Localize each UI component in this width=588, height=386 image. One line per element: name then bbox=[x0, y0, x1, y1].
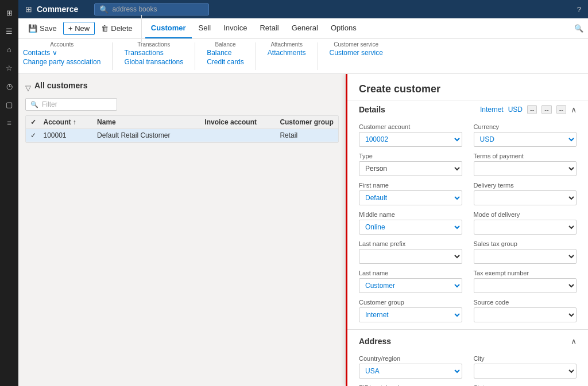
transactions-link[interactable]: Transactions bbox=[124, 49, 183, 57]
ribbon-tabs: 💾 Save + New 🗑 Delete Customer Sell Invo… bbox=[18, 18, 588, 39]
filter-box: 🔍 bbox=[25, 98, 117, 111]
customer-group-label: Customer group bbox=[359, 299, 462, 306]
tax-exempt-field: Tax exempt number bbox=[474, 270, 577, 293]
transactions-group-label: Transactions bbox=[124, 41, 183, 48]
attachments-group-label: Attachments bbox=[268, 41, 306, 48]
sidebar-home-icon[interactable]: ⌂ bbox=[1, 41, 17, 57]
currency-field: Currency USD bbox=[474, 123, 577, 147]
col-account-header[interactable]: Account ↑ bbox=[43, 118, 97, 126]
credit-cards-link[interactable]: Credit cards bbox=[207, 58, 244, 66]
tab-retail[interactable]: Retail bbox=[254, 18, 284, 38]
tax-exempt-select[interactable] bbox=[474, 278, 577, 293]
help-icon[interactable]: ? bbox=[577, 5, 581, 14]
contacts-link[interactable]: Contacts ∨ bbox=[23, 49, 100, 57]
search-icon: 🔍 bbox=[99, 5, 109, 14]
country-select[interactable]: USA bbox=[359, 364, 462, 379]
ribbon-group-attachments: Attachments Attachments bbox=[268, 41, 306, 57]
filter-toggle-icon[interactable]: ▽ bbox=[25, 84, 31, 92]
filter-input[interactable] bbox=[42, 100, 111, 108]
address-collapse-icon[interactable]: ∧ bbox=[571, 337, 577, 346]
col-name-header[interactable]: Name bbox=[97, 118, 204, 126]
tab-sell[interactable]: Sell bbox=[193, 18, 217, 38]
source-code-select[interactable] bbox=[474, 307, 577, 322]
customer-account-select[interactable]: 100002 bbox=[359, 132, 462, 147]
currency-label: Currency bbox=[474, 123, 577, 130]
tab-invoice[interactable]: Invoice bbox=[218, 18, 253, 38]
details-action-btn-2[interactable]: -- bbox=[541, 105, 551, 114]
sidebar-list-icon[interactable]: ≡ bbox=[1, 115, 17, 131]
ribbon-divider-5 bbox=[318, 42, 318, 70]
app-grid-icon[interactable]: ⊞ bbox=[25, 5, 32, 14]
tab-customer[interactable]: Customer bbox=[145, 18, 192, 38]
terms-payment-field: Terms of payment bbox=[474, 153, 577, 176]
form-header: Create customer bbox=[347, 74, 588, 100]
sidebar-square-icon[interactable]: ▢ bbox=[1, 96, 17, 112]
customer-group-select[interactable]: Internet bbox=[359, 307, 462, 322]
global-transactions-link[interactable]: Global transactions bbox=[124, 58, 183, 66]
address-section-title: Address bbox=[359, 337, 391, 346]
save-button[interactable]: 💾 Save bbox=[23, 22, 62, 35]
city-label: City bbox=[474, 355, 577, 362]
col-invoice-header[interactable]: Invoice account bbox=[204, 118, 280, 126]
source-code-field: Source code bbox=[474, 299, 577, 322]
internet-link[interactable]: Internet bbox=[480, 106, 504, 114]
sidebar-star-icon[interactable]: ☆ bbox=[1, 60, 17, 76]
city-select[interactable] bbox=[474, 364, 577, 379]
new-button[interactable]: + New bbox=[63, 22, 95, 35]
details-action-btn-3[interactable]: -- bbox=[556, 105, 566, 114]
terms-payment-select[interactable] bbox=[474, 161, 577, 176]
balance-link[interactable]: Balance bbox=[207, 49, 244, 57]
search-box[interactable]: 🔍 bbox=[94, 3, 209, 15]
sidebar-grid-icon[interactable]: ⊞ bbox=[1, 5, 17, 21]
change-party-link[interactable]: Change party association bbox=[23, 58, 100, 66]
attachments-link[interactable]: Attachments bbox=[268, 49, 306, 57]
last-name-label: Last name bbox=[359, 270, 462, 276]
middle-name-field: Middle name Online bbox=[359, 211, 462, 235]
delete-button[interactable]: 🗑 Delete bbox=[96, 22, 138, 35]
customer-service-link[interactable]: Customer service bbox=[330, 49, 383, 57]
first-name-field: First name Default bbox=[359, 182, 462, 205]
city-field: City bbox=[474, 355, 577, 379]
title-bar: ⊞ Commerce 🔍 ? bbox=[18, 0, 588, 18]
details-action-btn-1[interactable]: -- bbox=[527, 105, 537, 114]
ribbon: 💾 Save + New 🗑 Delete Customer Sell Invo… bbox=[18, 18, 588, 74]
tab-options[interactable]: Options bbox=[325, 18, 362, 38]
tax-exempt-label: Tax exempt number bbox=[474, 270, 577, 276]
currency-select[interactable]: USD bbox=[474, 132, 577, 147]
delivery-terms-field: Delivery terms bbox=[474, 182, 577, 205]
middle-name-select[interactable]: Online bbox=[359, 220, 462, 235]
table-row[interactable]: ✓ 100001 Default Retail Customer Retail bbox=[26, 129, 338, 142]
ribbon-divider-4 bbox=[256, 42, 256, 70]
list-panel: ▽ All customers 🔍 ✓ Account ↑ Name Invoi… bbox=[18, 74, 346, 386]
sales-tax-group-label: Sales tax group bbox=[474, 240, 577, 247]
first-name-select[interactable]: Default bbox=[359, 190, 462, 205]
col-group-header[interactable]: Customer group bbox=[280, 118, 334, 126]
sales-tax-group-field: Sales tax group bbox=[474, 240, 577, 264]
row-name: Default Retail Customer bbox=[97, 131, 204, 139]
last-name-prefix-label: Last name prefix bbox=[359, 240, 462, 247]
usd-link[interactable]: USD bbox=[508, 106, 523, 114]
new-plus-icon: + bbox=[68, 24, 73, 33]
ribbon-divider-2 bbox=[112, 42, 113, 70]
first-name-label: First name bbox=[359, 182, 462, 189]
delivery-terms-select[interactable] bbox=[474, 190, 577, 205]
sidebar-menu-icon[interactable]: ☰ bbox=[1, 23, 17, 39]
last-name-select[interactable]: Customer bbox=[359, 278, 462, 293]
search-input[interactable] bbox=[112, 5, 198, 13]
list-panel-title: All customers bbox=[34, 81, 88, 90]
ribbon-group-balance: Balance Balance Credit cards bbox=[207, 41, 244, 66]
tab-general[interactable]: General bbox=[286, 18, 324, 38]
sidebar-history-icon[interactable]: ◷ bbox=[1, 78, 17, 94]
filter-search-icon: 🔍 bbox=[30, 101, 38, 108]
delivery-terms-label: Delivery terms bbox=[474, 182, 577, 189]
address-form-body: Country/region USA City ZIP/postal code bbox=[347, 350, 588, 386]
save-icon: 💾 bbox=[28, 24, 37, 33]
terms-payment-label: Terms of payment bbox=[474, 153, 577, 159]
mode-delivery-select[interactable] bbox=[474, 220, 577, 235]
ribbon-search-icon[interactable]: 🔍 bbox=[574, 24, 583, 33]
sales-tax-group-select[interactable] bbox=[474, 249, 577, 264]
last-name-prefix-select[interactable] bbox=[359, 249, 462, 264]
ribbon-divider-1 bbox=[141, 15, 142, 42]
type-select[interactable]: Person bbox=[359, 161, 462, 176]
details-collapse-icon[interactable]: ∧ bbox=[571, 105, 577, 114]
